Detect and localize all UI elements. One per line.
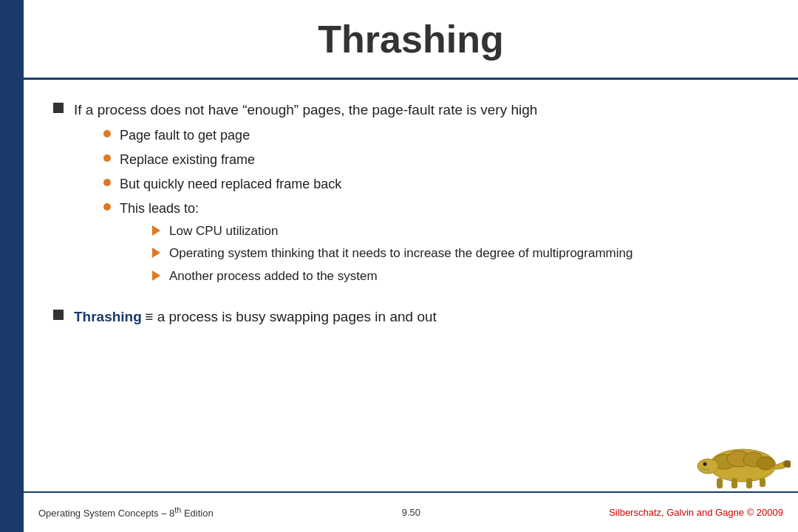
- circle-bullet-icon-1: [103, 130, 111, 137]
- svg-rect-12: [746, 478, 752, 488]
- svg-rect-10: [717, 478, 723, 488]
- svg-point-8: [698, 459, 718, 474]
- sub-bullet-3-text: But quickly need replaced frame back: [120, 174, 341, 194]
- dino-bottom-image: [695, 432, 791, 491]
- footer-edition-rest: Edition: [181, 508, 213, 519]
- sub-bullet-4-text: This leads to:: [120, 201, 199, 216]
- footer-page-number: 9.50: [402, 507, 420, 518]
- page-title: Thrashing: [318, 17, 503, 61]
- svg-point-7: [757, 457, 774, 470]
- sub-sub-bullet-2-text: Operating system thinking that it needs …: [169, 244, 632, 263]
- circle-bullet-icon-2: [103, 154, 111, 162]
- arrow-bullet-icon-1: [152, 225, 160, 236]
- sub-sub-bullet-1: Low CPU utilization: [152, 222, 632, 241]
- footer-edition-sup: th: [174, 505, 181, 514]
- sub-bullets-list: Page fault to get page Replace existing …: [103, 126, 632, 290]
- circle-bullet-icon-3: [103, 179, 111, 186]
- sub-bullet-2: Replace existing frame: [103, 150, 632, 170]
- main-bullet-1: If a process does not have “enough” page…: [53, 100, 768, 293]
- footer-copyright: Silberschatz, Galvin and Gagne © 20009: [609, 507, 783, 518]
- arrow-bullet-icon-3: [152, 270, 160, 281]
- footer: Operating System Concepts – 8th Edition …: [24, 491, 798, 532]
- thrashing-definition: ≡ a process is busy swapping pages in an…: [145, 309, 437, 324]
- sub-bullet-3: But quickly need replaced frame back: [103, 174, 632, 194]
- sub-bullet-2-text: Replace existing frame: [120, 150, 255, 170]
- svg-rect-11: [732, 478, 737, 488]
- circle-bullet-icon-4: [103, 203, 111, 211]
- sub-bullet-1: Page fault to get page: [103, 126, 632, 146]
- svg-rect-13: [760, 478, 765, 487]
- footer-edition-label: Operating System Concepts – 8: [38, 508, 174, 519]
- arrow-bullet-icon-2: [152, 248, 160, 258]
- header: Thrashing: [24, 0, 798, 78]
- svg-point-9: [703, 463, 707, 466]
- header-divider: [24, 78, 798, 80]
- main-bullet-1-text: If a process does not have “enough” page…: [74, 102, 537, 117]
- sub-sub-bullet-3-text: Another process added to the system: [169, 267, 378, 286]
- main-bullet-2: Thrashing ≡ a process is busy swapping p…: [53, 307, 768, 328]
- square-bullet-icon: [53, 103, 64, 113]
- square-bullet-icon-2: [53, 310, 64, 320]
- sub-sub-bullet-1-text: Low CPU utilization: [169, 222, 278, 241]
- footer-left-text: Operating System Concepts – 8th Edition: [38, 505, 214, 519]
- sub-bullet-1-text: Page fault to get page: [120, 126, 250, 146]
- sub-sub-bullet-3: Another process added to the system: [152, 267, 632, 286]
- sidebar: [0, 0, 24, 532]
- sub-sub-bullet-2: Operating system thinking that it needs …: [152, 244, 632, 263]
- sub-bullet-4: This leads to: Low CPU utilization Opera…: [103, 199, 632, 290]
- main-content: If a process does not have “enough” page…: [24, 85, 798, 488]
- thrashing-keyword: Thrashing: [74, 309, 142, 324]
- sub-sub-bullets-list: Low CPU utilization Operating system thi…: [152, 222, 632, 286]
